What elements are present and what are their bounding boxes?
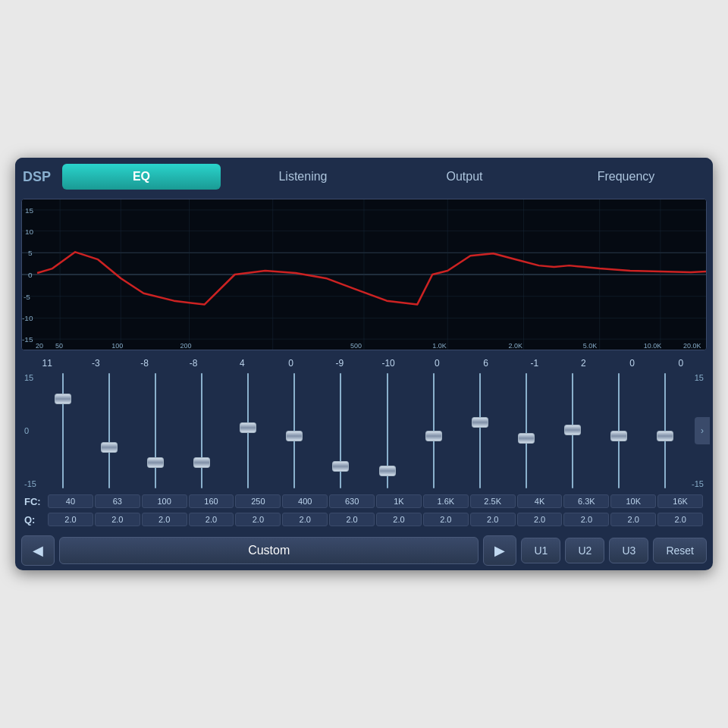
prev-preset-button[interactable]: ◀	[21, 535, 55, 566]
fc-cell-9[interactable]: 2.5K	[470, 494, 516, 508]
fader-value-13: 0	[657, 358, 705, 369]
q-cell-2[interactable]: 2.0	[142, 513, 187, 526]
fader-area: 15 0 -15 15 0 -15 ›	[21, 370, 707, 491]
fc-cell-2[interactable]: 100	[142, 494, 187, 508]
svg-text:200: 200	[180, 342, 191, 350]
q-cell-12[interactable]: 2.0	[610, 513, 656, 526]
preset-name-button[interactable]: Custom	[59, 537, 479, 564]
fc-cell-7[interactable]: 1K	[376, 494, 422, 508]
fader-track-7[interactable]	[387, 373, 388, 488]
svg-text:2.0K: 2.0K	[508, 342, 522, 350]
fader-col-11	[550, 373, 596, 488]
fc-cell-3[interactable]: 160	[189, 494, 234, 508]
fader-value-5: 0	[266, 358, 315, 369]
fader-track-3[interactable]	[201, 373, 202, 488]
fader-handle-1[interactable]	[101, 442, 118, 453]
u2-button[interactable]: U2	[565, 538, 604, 563]
svg-text:-5: -5	[24, 293, 30, 301]
q-label: Q:	[24, 514, 47, 526]
fc-cell-6[interactable]: 630	[329, 494, 375, 508]
q-cell-13[interactable]: 2.0	[657, 513, 703, 526]
q-values: 2.02.02.02.02.02.02.02.02.02.02.02.02.02…	[47, 513, 704, 526]
fader-handle-3[interactable]	[193, 457, 210, 468]
svg-text:100: 100	[111, 342, 123, 350]
fc-cell-1[interactable]: 63	[95, 494, 140, 508]
q-cell-4[interactable]: 2.0	[235, 513, 281, 526]
fc-cell-8[interactable]: 1.6K	[423, 494, 469, 508]
fader-handle-12[interactable]	[610, 431, 627, 441]
tab-eq[interactable]: EQ	[62, 164, 221, 190]
q-cell-9[interactable]: 2.0	[470, 513, 516, 526]
svg-text:10.0K: 10.0K	[644, 342, 662, 350]
q-cell-10[interactable]: 2.0	[517, 513, 563, 526]
tab-listening[interactable]: Listening	[224, 164, 382, 190]
fc-cell-12[interactable]: 10K	[610, 494, 656, 508]
fader-col-4	[225, 373, 271, 488]
fader-track-8[interactable]	[433, 373, 435, 488]
fader-track-1[interactable]	[108, 373, 110, 488]
side-expand-button[interactable]: ›	[695, 417, 710, 444]
fc-cell-4[interactable]: 250	[235, 494, 281, 508]
q-cell-6[interactable]: 2.0	[329, 513, 375, 526]
app-container: DSP EQ Listening Output Frequency	[15, 158, 713, 570]
svg-text:-15: -15	[22, 335, 33, 344]
fader-track-13[interactable]	[664, 373, 666, 488]
fader-track-0[interactable]	[62, 373, 64, 488]
fader-track-5[interactable]	[293, 373, 295, 488]
q-cell-11[interactable]: 2.0	[563, 513, 609, 526]
tab-output[interactable]: Output	[385, 164, 544, 190]
faders-row	[39, 370, 689, 491]
q-cell-1[interactable]: 2.0	[95, 513, 140, 526]
fader-col-9	[457, 373, 503, 488]
fader-track-4[interactable]	[247, 373, 249, 488]
q-row: Q: 2.02.02.02.02.02.02.02.02.02.02.02.02…	[21, 511, 707, 528]
fader-handle-11[interactable]	[564, 425, 581, 435]
fader-values-row: 11-3-8-840-9-1006-1200	[21, 358, 707, 369]
fader-track-6[interactable]	[340, 373, 341, 488]
q-cell-5[interactable]: 2.0	[282, 513, 328, 526]
fader-col-3	[178, 373, 224, 488]
fader-handle-4[interactable]	[240, 422, 256, 433]
svg-text:10: 10	[25, 228, 34, 236]
fader-track-2[interactable]	[155, 373, 156, 488]
fader-handle-10[interactable]	[518, 433, 535, 444]
q-cell-8[interactable]: 2.0	[423, 513, 469, 526]
fader-col-6	[318, 373, 364, 488]
fader-track-9[interactable]	[479, 373, 481, 488]
fader-handle-0[interactable]	[55, 394, 71, 404]
fader-col-8	[410, 373, 457, 488]
tab-frequency[interactable]: Frequency	[547, 164, 705, 190]
fader-value-8: 0	[413, 358, 461, 369]
fc-cell-5[interactable]: 400	[282, 494, 328, 508]
fc-cell-0[interactable]: 40	[48, 494, 93, 508]
fader-value-2: -8	[121, 358, 169, 369]
q-cell-7[interactable]: 2.0	[376, 513, 422, 526]
fader-handle-13[interactable]	[657, 431, 673, 441]
q-cell-3[interactable]: 2.0	[189, 513, 234, 526]
fader-handle-6[interactable]	[332, 461, 349, 472]
reset-button[interactable]: Reset	[653, 538, 707, 563]
u3-button[interactable]: U3	[609, 538, 648, 563]
q-cell-0[interactable]: 2.0	[48, 513, 93, 526]
fader-value-7: -10	[364, 358, 413, 369]
fader-track-11[interactable]	[572, 373, 573, 488]
fc-cell-10[interactable]: 4K	[517, 494, 563, 508]
svg-text:5: 5	[28, 249, 33, 257]
fader-track-12[interactable]	[618, 373, 620, 488]
dsp-label: DSP	[23, 169, 53, 185]
fader-col-12	[596, 373, 642, 488]
fader-handle-8[interactable]	[425, 431, 442, 441]
fc-cell-13[interactable]: 16K	[657, 494, 703, 508]
fc-cell-11[interactable]: 6.3K	[563, 494, 609, 508]
fader-value-1: -3	[71, 358, 120, 369]
fader-handle-2[interactable]	[147, 457, 164, 468]
u1-button[interactable]: U1	[521, 538, 560, 563]
svg-text:20: 20	[36, 342, 43, 350]
fader-track-10[interactable]	[526, 373, 527, 488]
svg-text:20.0K: 20.0K	[683, 342, 701, 350]
fader-value-9: 6	[462, 358, 510, 369]
fader-handle-9[interactable]	[472, 417, 488, 428]
fader-handle-5[interactable]	[286, 431, 303, 441]
fader-handle-7[interactable]	[379, 466, 396, 476]
next-preset-button[interactable]: ▶	[483, 535, 516, 566]
